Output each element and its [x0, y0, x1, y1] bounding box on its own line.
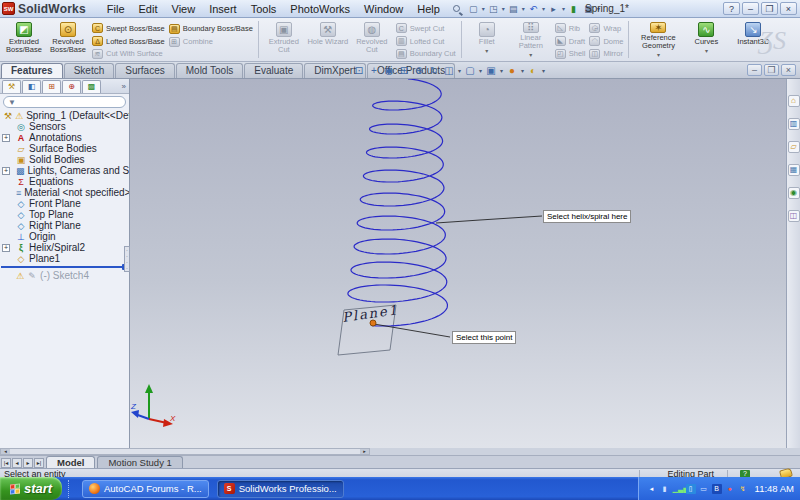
- tree-item-solid-bodies[interactable]: ▣Solid Bodies: [0, 154, 129, 165]
- custom-properties-icon[interactable]: ◫: [788, 210, 800, 222]
- configurationmanager-tab-icon[interactable]: ⊞: [42, 80, 61, 93]
- tree-item-top-plane[interactable]: ◇Top Plane: [0, 209, 129, 220]
- shell-button[interactable]: ◰Shell: [553, 47, 588, 60]
- expand-icon[interactable]: +: [2, 167, 10, 175]
- tree-item-origin[interactable]: ⊥Origin: [0, 231, 129, 242]
- internet-icon[interactable]: ◉: [788, 187, 800, 199]
- tree-item-annotations[interactable]: +AAnnotations: [0, 132, 129, 143]
- combine-button[interactable]: ⊞Combine: [167, 35, 255, 48]
- power-icon[interactable]: ↯: [738, 484, 748, 494]
- extruded-boss-base-button[interactable]: ◩ Extruded Boss/Base: [2, 19, 46, 60]
- view-orientation-icon[interactable]: ▣: [484, 63, 498, 77]
- taskbar-item-firefox[interactable]: AutoCAD Forums - R...: [82, 480, 209, 498]
- new-document-icon[interactable]: ▢: [466, 2, 481, 16]
- appearance-icon[interactable]: ●: [505, 63, 519, 77]
- cut-with-surface-button[interactable]: ≋Cut With Surface: [90, 47, 167, 60]
- view-orientation-caret-icon[interactable]: ▾: [500, 67, 503, 74]
- boundary-boss-base-button[interactable]: ▤Boundary Boss/Base: [167, 22, 255, 35]
- mirror-button[interactable]: ◫Mirror: [587, 47, 625, 60]
- design-library-icon[interactable]: ▱: [788, 141, 800, 153]
- panel-overflow-icon[interactable]: »: [122, 82, 126, 91]
- open-icon[interactable]: ◳: [486, 2, 501, 16]
- graphics-viewport[interactable]: Z X Plane1 Select helix/spiral here Sele…: [130, 79, 786, 448]
- tab-nav-prev-icon[interactable]: ◂: [12, 458, 22, 468]
- previous-view-icon[interactable]: ◉: [382, 63, 396, 77]
- dome-button[interactable]: ◠Dome: [587, 35, 625, 48]
- save-caret-icon[interactable]: ▾: [522, 5, 525, 12]
- menu-tools[interactable]: Tools: [244, 2, 284, 16]
- select-icon[interactable]: ▸: [546, 2, 561, 16]
- propertymanager-tab-icon[interactable]: ◧: [22, 80, 41, 93]
- section-view-icon[interactable]: ◫: [442, 63, 456, 77]
- lofted-boss-base-button[interactable]: ΔLofted Boss/Base: [90, 35, 167, 48]
- save-icon[interactable]: ▤: [506, 2, 521, 16]
- filter-input[interactable]: ▼: [3, 96, 126, 108]
- restore-button[interactable]: ❐: [761, 2, 778, 15]
- new-caret-icon[interactable]: ▾: [482, 5, 485, 12]
- signal-strength-icon[interactable]: ▁▃▅: [673, 484, 683, 494]
- home-icon[interactable]: ⌂: [788, 95, 800, 107]
- help-button[interactable]: ?: [723, 2, 740, 15]
- curves-button[interactable]: ∿ Curves ▾: [684, 19, 728, 60]
- zoom-in-out-icon[interactable]: ⊕: [412, 63, 426, 77]
- tray-expand-icon[interactable]: ◂: [647, 484, 657, 494]
- tree-item-surface-bodies[interactable]: ▱Surface Bodies: [0, 143, 129, 154]
- menu-help[interactable]: Help: [410, 2, 447, 16]
- undo-caret-icon[interactable]: ▾: [542, 5, 545, 12]
- draft-button[interactable]: ◣Draft: [553, 35, 588, 48]
- extruded-cut-button[interactable]: ▣ Extruded Cut: [262, 19, 306, 60]
- scroll-left-icon[interactable]: ◂: [1, 449, 10, 454]
- status-dot-icon[interactable]: ●: [725, 484, 735, 494]
- revolved-boss-base-button[interactable]: ⊙ Revolved Boss/Base: [46, 19, 90, 60]
- pan-icon[interactable]: +: [367, 63, 381, 77]
- boundary-cut-button[interactable]: ▤Boundary Cut: [394, 47, 458, 60]
- menu-file[interactable]: File: [100, 2, 132, 16]
- tree-item-lights-cameras[interactable]: +▩Lights, Cameras and Scene: [0, 165, 129, 176]
- rotate-view-icon[interactable]: ↻: [427, 63, 441, 77]
- reference-geometry-caret-icon[interactable]: ▾: [657, 51, 660, 59]
- tab-sketch[interactable]: Sketch: [64, 63, 115, 78]
- linear-pattern-caret-icon[interactable]: ▾: [529, 51, 532, 59]
- tab-nav-next-icon[interactable]: ▸: [23, 458, 33, 468]
- zoom-fit-icon[interactable]: ⊡: [352, 63, 366, 77]
- rollback-bar[interactable]: [1, 266, 128, 268]
- horizontal-scrollbar[interactable]: ◂ ▸: [0, 448, 370, 455]
- minimize-button[interactable]: –: [742, 2, 759, 15]
- tree-item-sketch4[interactable]: ⚠✎(-) Sketch4: [0, 270, 129, 281]
- tree-item-helix-spiral2[interactable]: +ξHelix/Spiral2: [0, 242, 129, 253]
- tab-mold-tools[interactable]: Mold Tools: [176, 63, 244, 78]
- fillet-button[interactable]: ◔ Fillet ▾: [465, 19, 509, 60]
- rib-button[interactable]: ◺Rib: [553, 22, 588, 35]
- tree-item-sensors[interactable]: ◎Sensors: [0, 121, 129, 132]
- undo-icon[interactable]: ↶: [526, 2, 541, 16]
- rebuild-icon[interactable]: ▮: [566, 2, 581, 16]
- menu-edit[interactable]: Edit: [132, 2, 165, 16]
- helix-curve[interactable]: [348, 79, 448, 326]
- lofted-cut-button[interactable]: ▥Lofted Cut: [394, 35, 458, 48]
- scroll-right-icon[interactable]: ▸: [360, 449, 369, 454]
- dimxpertmanager-tab-icon[interactable]: ⊕: [62, 80, 81, 93]
- expand-icon[interactable]: +: [2, 244, 10, 252]
- wrap-button[interactable]: ◶Wrap: [587, 22, 625, 35]
- select-caret-icon[interactable]: ▾: [562, 5, 565, 12]
- menu-view[interactable]: View: [165, 2, 203, 16]
- resources-icon[interactable]: ▥: [788, 118, 800, 130]
- start-button[interactable]: start: [0, 477, 62, 500]
- tab-nav-last-icon[interactable]: ▸|: [34, 458, 44, 468]
- tree-item-plane1[interactable]: ◇Plane1: [0, 253, 129, 264]
- menu-photoworks[interactable]: PhotoWorks: [283, 2, 357, 16]
- display-style-icon[interactable]: ▢: [463, 63, 477, 77]
- menu-window[interactable]: Window: [357, 2, 410, 16]
- tree-item-right-plane[interactable]: ◇Right Plane: [0, 220, 129, 231]
- tree-item-equations[interactable]: ΣEquations: [0, 176, 129, 187]
- open-caret-icon[interactable]: ▾: [502, 5, 505, 12]
- zoom-area-icon[interactable]: ⊞: [397, 63, 411, 77]
- revolved-cut-button[interactable]: ◍ Revolved Cut: [350, 19, 394, 60]
- hole-wizard-button[interactable]: ⚒ Hole Wizard: [306, 19, 350, 60]
- menu-insert[interactable]: Insert: [202, 2, 244, 16]
- curves-caret-icon[interactable]: ▾: [705, 47, 708, 55]
- tree-item-material[interactable]: ≡Material <not specified>: [0, 187, 129, 198]
- linear-pattern-button[interactable]: ⠿ Linear Pattern ▾: [509, 19, 553, 60]
- reference-geometry-button[interactable]: ✶ Reference Geometry ▾: [632, 19, 684, 60]
- display-style-caret-icon[interactable]: ▾: [479, 67, 482, 74]
